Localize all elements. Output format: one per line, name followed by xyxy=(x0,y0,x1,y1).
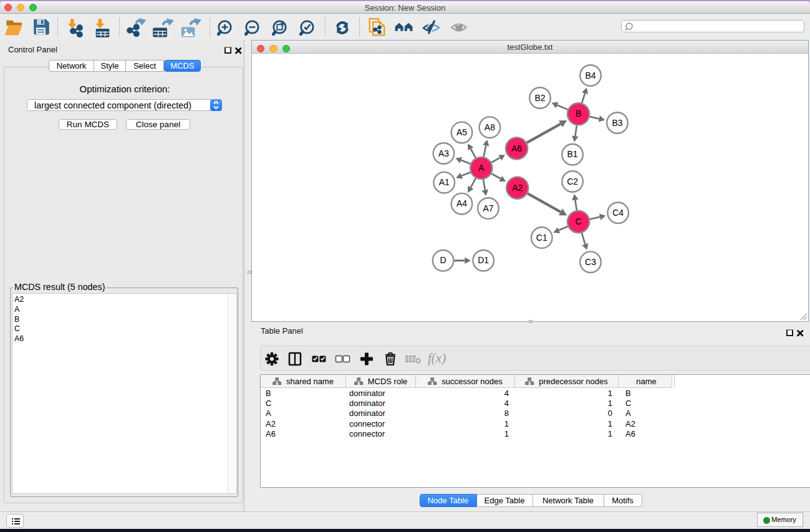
svg-text:C3: C3 xyxy=(585,257,596,267)
svg-text:A7: A7 xyxy=(483,203,493,213)
svg-text:A6: A6 xyxy=(511,143,522,153)
svg-text:C: C xyxy=(576,216,582,226)
svg-text:B3: B3 xyxy=(612,118,622,128)
svg-text:A1: A1 xyxy=(439,177,450,187)
svg-text:B1: B1 xyxy=(567,149,578,159)
svg-text:A5: A5 xyxy=(456,127,467,137)
svg-text:C4: C4 xyxy=(612,208,624,218)
svg-text:A: A xyxy=(478,163,485,173)
svg-text:D1: D1 xyxy=(478,255,489,265)
svg-text:B2: B2 xyxy=(534,93,545,103)
svg-text:B4: B4 xyxy=(585,70,595,80)
svg-text:A4: A4 xyxy=(456,198,467,208)
svg-text:B: B xyxy=(576,109,581,118)
svg-text:A8: A8 xyxy=(485,122,495,132)
svg-text:A2: A2 xyxy=(512,183,523,193)
svg-text:C1: C1 xyxy=(536,233,547,243)
svg-text:A3: A3 xyxy=(438,148,449,158)
svg-text:D: D xyxy=(440,255,446,265)
svg-text:C2: C2 xyxy=(567,177,578,186)
